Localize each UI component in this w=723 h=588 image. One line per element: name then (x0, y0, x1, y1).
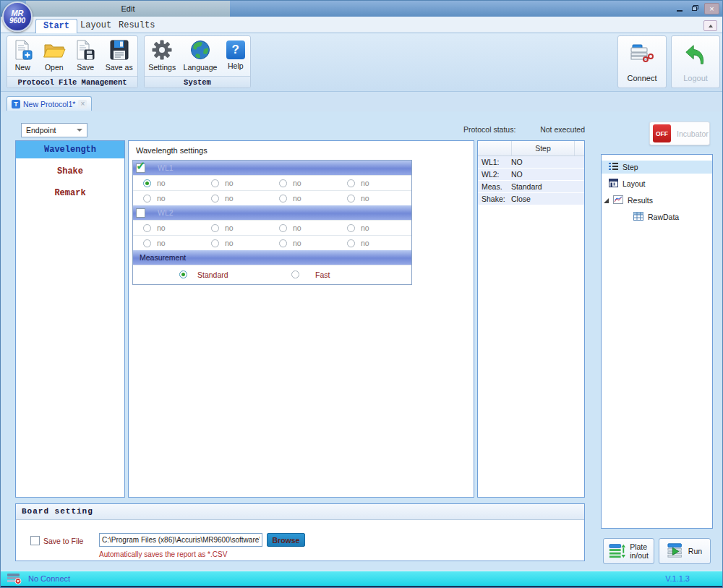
tab-start[interactable]: Start (35, 19, 77, 34)
wl2-radio-6-label: no (225, 239, 234, 247)
connect-button[interactable]: Connect (617, 35, 667, 88)
wl2-checkbox[interactable] (136, 208, 145, 218)
tree-item-layout-label: Layout (623, 179, 646, 188)
wl2-radio-4[interactable] (347, 224, 355, 232)
step-row-value: NO (511, 170, 584, 179)
logout-arrow-icon (684, 43, 707, 67)
window-bottom-edge (1, 586, 722, 587)
document-tab-close-icon[interactable]: × (78, 100, 87, 108)
document-tab-label: New Protocol1* (23, 100, 75, 108)
wl2-radio-5[interactable] (143, 239, 151, 247)
sidebar-item-remark[interactable]: Remark (16, 184, 124, 202)
wl1-radio-8[interactable] (347, 195, 355, 203)
wl1-radio-5[interactable] (143, 195, 151, 203)
logout-button[interactable]: Logout (671, 35, 720, 88)
tree-item-rawdata-label: RawData (648, 213, 679, 221)
group-label-protocol-file-management: Protocol File Management (7, 76, 137, 88)
help-button-label: Help (228, 61, 244, 70)
wl1-option-row-1: no no no no (133, 175, 411, 190)
wl2-header-label: WL2 (158, 208, 174, 217)
wl2-radio-2-label: no (225, 223, 234, 232)
wl1-radio-2[interactable] (211, 179, 219, 187)
new-button[interactable]: New (10, 39, 35, 72)
sidebar-item-wavelength[interactable]: Wavelength (16, 141, 124, 158)
mode-select[interactable]: Endpoint (21, 123, 87, 137)
minimize-button[interactable] (672, 3, 686, 13)
save-to-file-checkbox[interactable] (30, 536, 40, 545)
protocol-page: Endpoint Protocol status: Not executed O… (1, 111, 722, 571)
close-button[interactable]: × (704, 3, 719, 14)
save-to-file-option[interactable]: Save to File (30, 536, 83, 545)
minimize-icon (677, 10, 683, 12)
step-row-name: Shake: (478, 195, 511, 203)
tree-item-results[interactable]: Results (602, 194, 712, 207)
wl2-radio-5-label: no (157, 239, 166, 247)
wl1-checkbox[interactable] (136, 163, 145, 173)
protocol-status-label: Protocol status: (463, 125, 515, 134)
incubator-button[interactable]: OFF Incubator (649, 122, 710, 145)
tree-item-layout[interactable]: Layout (602, 177, 712, 190)
step-row-value: NO (511, 158, 584, 166)
instrument-plug-icon (630, 43, 654, 66)
measurement-fast-radio[interactable] (291, 270, 299, 278)
save-button[interactable]: Save (73, 39, 98, 72)
wl2-radio-3[interactable] (279, 224, 287, 232)
collapse-ribbon-button[interactable] (703, 20, 717, 31)
navigation-tree: Step Layout Results RawData (601, 154, 713, 529)
version-text: V.1.1.3 (665, 574, 690, 583)
wavelength-settings-box: WL1 no no no no no no no no WL2 (132, 160, 412, 285)
group-protocol-file-management: New Open Save Save as Protocol File Mana… (7, 35, 138, 88)
report-path-input[interactable] (99, 533, 262, 547)
plate-in-out-button[interactable]: Plate in/out (603, 538, 654, 564)
run-button[interactable]: Run (659, 538, 711, 564)
ribbon-tabstrip: Start Layout Results (1, 17, 722, 33)
wl2-radio-8[interactable] (347, 239, 355, 247)
wl2-radio-1[interactable] (143, 224, 151, 232)
sidebar-item-shake[interactable]: Shake (16, 163, 124, 180)
wl2-radio-7-label: no (293, 239, 301, 247)
help-button[interactable]: ? Help (223, 39, 248, 70)
save-as-button[interactable]: Save as (104, 39, 134, 72)
window-controls: × (672, 3, 719, 14)
logo-text-line2: 9600 (9, 17, 25, 25)
open-button[interactable]: Open (41, 39, 67, 72)
wl1-radio-1[interactable] (143, 179, 151, 187)
wl1-radio-7-label: no (293, 194, 301, 203)
wl2-header: WL2 (133, 205, 411, 220)
language-button[interactable]: Language (182, 39, 219, 72)
restore-button[interactable] (688, 3, 702, 13)
rawdata-grid-icon (633, 212, 643, 222)
save-to-file-label: Save to File (43, 537, 83, 545)
app-logo[interactable]: MR 9600 (2, 1, 33, 32)
tree-item-rawdata[interactable]: RawData (602, 210, 712, 223)
wl2-radio-6[interactable] (211, 239, 219, 247)
tab-results[interactable]: Results (111, 19, 162, 33)
wl1-radio-6[interactable] (211, 195, 219, 203)
wl1-header: WL1 (133, 161, 411, 175)
wl2-radio-2[interactable] (211, 224, 219, 232)
document-tab-new-protocol[interactable]: T New Protocol1* × (7, 96, 92, 111)
wl1-radio-6-label: no (225, 194, 234, 203)
step-row-name: Meas. (478, 182, 511, 191)
measurement-standard-radio[interactable] (179, 270, 187, 278)
wavelength-settings-panel: Wavelength settings WL1 no no no no no n… (128, 140, 474, 498)
tree-item-step-label: Step (623, 163, 638, 171)
save-button-label: Save (77, 63, 94, 72)
wl2-radio-7[interactable] (279, 239, 287, 247)
tree-item-step[interactable]: Step (602, 161, 712, 174)
logout-button-label: Logout (683, 74, 708, 82)
settings-button[interactable]: Settings (147, 39, 177, 72)
wl1-radio-3[interactable] (279, 179, 287, 187)
step-table-header-label: Step (512, 141, 574, 155)
new-document-icon (12, 39, 33, 62)
wl2-radio-8-label: no (361, 239, 369, 247)
wl2-option-row-1: no no no no (133, 220, 411, 235)
results-chart-icon (613, 195, 623, 205)
wl1-radio-4[interactable] (347, 179, 355, 187)
browse-button[interactable]: Browse (267, 533, 305, 547)
tree-expander-icon[interactable] (604, 198, 609, 203)
wl1-radio-7[interactable] (279, 195, 287, 203)
run-button-label: Run (688, 547, 702, 555)
window-title: Edit (26, 1, 230, 17)
wavelength-settings-title: Wavelength settings (136, 146, 208, 155)
